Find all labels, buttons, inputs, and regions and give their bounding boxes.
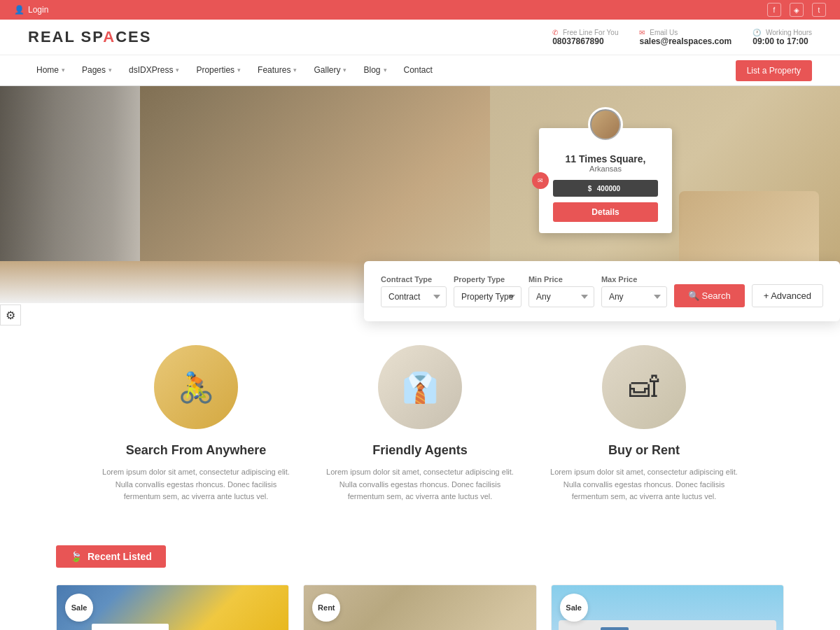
min-price-field: Min Price Any $100,000 $200,000 $500,000	[528, 275, 594, 307]
feature-agents-title: Friendly Agents	[322, 443, 518, 458]
facebook-icon[interactable]: f	[767, 3, 781, 17]
nav-dsidxpress[interactable]: dsIDXPress ▾	[120, 55, 188, 86]
clock-icon: 🕐	[752, 29, 761, 36]
feature-agents: 👔 Friendly Agents Lorem ipsum dolor sit …	[322, 345, 518, 503]
twitter-icon[interactable]: t	[812, 3, 826, 17]
top-bar: 👤 Login f ◈ t	[0, 0, 840, 20]
login-section[interactable]: 👤 Login	[14, 5, 48, 15]
min-price-select[interactable]: Any $100,000 $200,000 $500,000	[528, 286, 594, 307]
property-card-3[interactable]: Sale 📷 3 55 East 52nd Street rs-1715 📍 P…	[551, 584, 784, 630]
hours-contact: 🕐 Working Hours 09:00 to 17:00	[752, 29, 812, 46]
nav-properties[interactable]: Properties ▾	[188, 55, 249, 86]
nav-pages[interactable]: Pages ▾	[74, 55, 120, 86]
property-name: 11 Times Square,	[553, 153, 658, 164]
feature-buy-rent-title: Buy or Rent	[546, 443, 742, 458]
card-image-3: Sale 📷 3	[552, 585, 783, 630]
details-button[interactable]: Details	[553, 202, 658, 222]
feature-search-image: 🚴	[154, 345, 238, 429]
section-header: 🍃 Recent Listed	[56, 545, 784, 568]
feature-search-title: Search From Anywhere	[98, 443, 294, 458]
header-contact: ✆ Free Line For You 08037867890 ✉ Email …	[552, 29, 812, 46]
header: REAL SPACES ✆ Free Line For You 08037867…	[0, 20, 840, 55]
property-price: $ 400000	[553, 180, 658, 197]
nav-contact[interactable]: Contact	[396, 55, 441, 86]
property-card-1[interactable]: REALSPACES Sale 📷 3 116 Waverly Place rs…	[56, 584, 289, 630]
property-type-field: Property Type Property Type House Apartm…	[454, 275, 522, 307]
property-type-label: Property Type	[454, 275, 522, 284]
freeline-number: 08037867890	[552, 36, 618, 46]
recent-listed-badge: 🍃 Recent Listed	[56, 545, 166, 568]
nav-gallery[interactable]: Gallery ▾	[305, 55, 355, 86]
search-bar: Contract Type Contract For Sale For Rent…	[364, 261, 840, 321]
property-grid: REALSPACES Sale 📷 3 116 Waverly Place rs…	[56, 584, 784, 630]
max-price-select[interactable]: Any $100,000 $500,000 $1,000,000	[601, 286, 667, 307]
leaf-icon: 🍃	[70, 551, 82, 562]
logo[interactable]: REAL SPACES	[28, 28, 151, 46]
navigation: Home ▾ Pages ▾ dsIDXPress ▾ Properties ▾…	[0, 55, 840, 86]
contract-type-field: Contract Type Contract For Sale For Rent	[381, 275, 447, 307]
login-label[interactable]: Login	[28, 5, 48, 15]
feature-buy-rent-desc: Lorem ipsum dolor sit amet, consectetur …	[546, 466, 742, 503]
email-icon: ✉	[639, 29, 645, 36]
nav-blog[interactable]: Blog ▾	[355, 55, 395, 86]
nav-home[interactable]: Home ▾	[28, 55, 74, 86]
max-price-label: Max Price	[601, 275, 667, 284]
hero-section: ✉ 11 Times Square, Arkansas $ 400000 Det…	[0, 86, 840, 289]
hours-value: 09:00 to 17:00	[752, 36, 812, 46]
property-popup: ✉ 11 Times Square, Arkansas $ 400000 Det…	[539, 128, 672, 233]
advanced-button[interactable]: + Advanced	[752, 284, 823, 307]
email-value: sales@realspaces.com	[639, 36, 732, 46]
features-section: 🚴 Search From Anywhere Lorem ipsum dolor…	[0, 303, 840, 531]
social-icons: f ◈ t	[767, 3, 826, 17]
max-price-field: Max Price Any $100,000 $500,000 $1,000,0…	[601, 275, 667, 307]
min-price-label: Min Price	[528, 275, 594, 284]
feature-search-desc: Lorem ipsum dolor sit amet, consectetur …	[98, 466, 294, 503]
feature-buy-rent-image: 🛋	[602, 345, 686, 429]
feature-agents-image: 👔	[378, 345, 462, 429]
instagram-icon[interactable]: ◈	[790, 3, 804, 17]
phone-icon: ✆	[552, 29, 558, 36]
section-title: Recent Listed	[88, 551, 152, 562]
search-button[interactable]: 🔍 Search	[674, 284, 745, 307]
hours-label: 🕐 Working Hours	[752, 29, 812, 36]
property-state: Arkansas	[553, 164, 658, 173]
price-symbol: $	[588, 185, 592, 192]
card-image-1: REALSPACES Sale 📷 3	[57, 585, 288, 630]
property-card-2[interactable]: Rent 📷 3 228 Park Ave S rs-1711 📍 Colora…	[303, 584, 536, 630]
settings-icon[interactable]: ⚙	[0, 304, 21, 326]
person-icon: 👤	[14, 5, 24, 15]
nav-list-property[interactable]: List a Property	[736, 60, 812, 81]
property-type-select[interactable]: Property Type House Apartment Office	[454, 286, 522, 307]
sale-badge-1: Sale	[65, 594, 93, 622]
agent-avatar	[588, 107, 623, 142]
contract-type-label: Contract Type	[381, 275, 447, 284]
contract-type-select[interactable]: Contract For Sale For Rent	[381, 286, 447, 307]
nav-features[interactable]: Features ▾	[249, 55, 305, 86]
sale-badge-3: Sale	[560, 594, 588, 622]
freeline-label: ✆ Free Line For You	[552, 29, 618, 36]
recent-section: 🍃 Recent Listed REALSPACES Sale 📷 3 116 …	[0, 531, 840, 630]
card-image-2: Rent 📷 3	[304, 585, 536, 630]
rent-badge-2: Rent	[312, 594, 340, 622]
email-contact: ✉ Email Us sales@realspaces.com	[639, 29, 732, 46]
price-value: 400000	[597, 185, 620, 192]
email-label: ✉ Email Us	[639, 29, 732, 36]
feature-buy-rent: 🛋 Buy or Rent Lorem ipsum dolor sit amet…	[546, 345, 742, 503]
feature-agents-desc: Lorem ipsum dolor sit amet, consectetur …	[322, 466, 518, 503]
freeline-contact: ✆ Free Line For You 08037867890	[552, 29, 618, 46]
feature-search: 🚴 Search From Anywhere Lorem ipsum dolor…	[98, 345, 294, 503]
email-badge-icon: ✉	[532, 172, 549, 189]
